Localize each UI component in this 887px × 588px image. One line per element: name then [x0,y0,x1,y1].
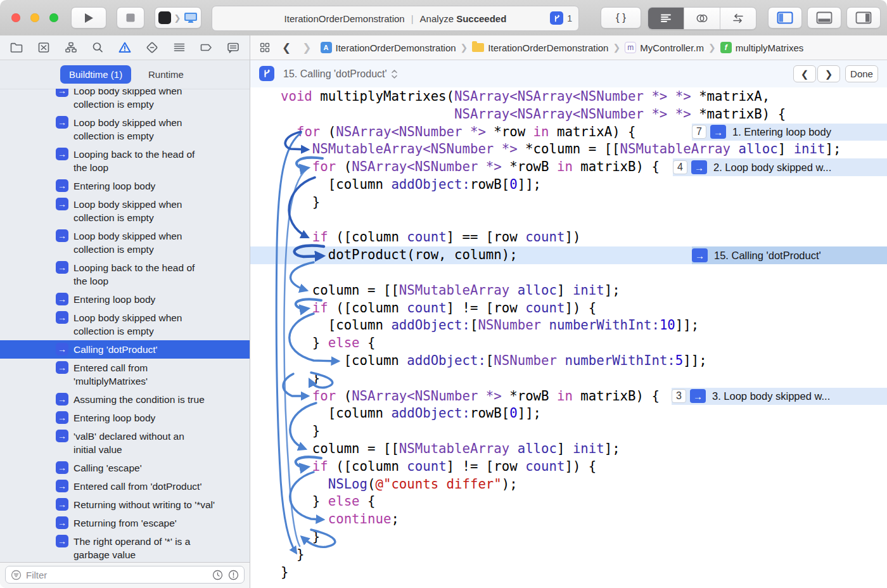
standard-editor-button[interactable] [648,8,684,29]
code-line: } else { [250,335,841,352]
step-arrow-icon: → [56,293,68,305]
code-line: void multiplyMatrixes(NSArray<NSArray<NS… [250,88,841,106]
analyzer-step-item[interactable]: →Loop body skipped whencollection is emp… [0,309,250,340]
close-window-button[interactable] [11,13,20,22]
xcode-window: ❯ IterationOrderDemonstration | Analyze … [0,0,887,588]
issue-navigator-tab[interactable] [116,39,134,56]
go-back-button[interactable]: ❮ [279,41,293,54]
stop-button[interactable] [117,7,144,29]
code-line: NSMutableArray<NSNumber *> *column = [[N… [250,141,841,158]
version-editor-button[interactable] [720,8,756,29]
breadcrumb-label: IterationOrderDemonstration [336,42,456,53]
warning-triangle-icon [117,40,132,55]
code-line: if ([column count] != [row count]) { [250,300,841,317]
analyzer-step-item[interactable]: →Entering loop body [0,409,250,427]
project-icon: A [321,42,332,53]
analyzer-step-item[interactable]: →Entering loop body [0,290,250,309]
step-label: Loop body skipped whencollection is empt… [73,198,245,224]
toggle-navigator-panel-button[interactable] [768,7,802,29]
mac-device-icon [184,12,198,23]
left-panel-icon [777,11,793,24]
analyzer-step-item[interactable]: →Returning without writing to '*val' [0,495,250,514]
code-area[interactable]: 7→1. Entering loop body4→2. Loop body sk… [250,87,887,588]
analyzer-step-item[interactable]: →Looping back to the head ofthe loop [0,259,250,290]
go-forward-button[interactable]: ❯ [300,41,314,54]
function-icon: f [720,42,732,53]
step-arrow-icon: → [56,461,68,474]
issues-only-icon[interactable] [228,570,239,580]
analysis-step-bar: 15. Calling 'dotProduct' ❮ ❯ Done [250,60,887,88]
breakpoint-tag-icon [198,40,214,55]
analyzer-step-item[interactable]: →Loop body skipped whencollection is emp… [0,113,250,145]
source-control-navigator-tab[interactable] [35,39,53,56]
analyzer-step-item[interactable]: →The right operand of '*' is agarbage va… [0,532,250,563]
step-arrow-icon: → [56,498,68,511]
analyzer-step-item[interactable]: →Calling 'dotProduct' [0,340,250,359]
minimize-window-button[interactable] [30,13,39,22]
panel-toggles [768,7,881,29]
symbol-navigator-tab[interactable] [62,39,80,56]
activity-project: IterationOrderDemonstration [284,13,405,24]
objc-file-icon: m [625,42,636,53]
filter-input[interactable]: Filter [5,566,245,584]
test-navigator-tab[interactable] [143,39,161,56]
code-line: } [250,370,841,388]
analyzer-step-item[interactable]: →Returning from 'escape' [0,514,250,532]
step-arrow-icon: → [56,198,68,210]
analyzer-step-item[interactable]: →Looping back to the head ofthe loop [0,145,250,177]
code-snippet-button[interactable]: { } [601,7,641,29]
recent-clock-icon[interactable] [212,570,223,580]
code-line: } [250,423,841,440]
code-line [250,264,841,282]
step-label: Calling 'dotProduct' [73,343,245,356]
step-label: Entered call from'multiplyMatrixes' [73,361,245,388]
jump-bar: ❮ ❯ AIterationOrderDemonstration❯Iterati… [250,35,887,60]
scheme-selector[interactable]: ❯ [155,7,201,29]
stepper-icon[interactable] [391,68,398,80]
find-navigator-tab[interactable] [89,39,106,56]
breadcrumb-item[interactable]: mMyController.m [625,42,704,53]
analyzer-step-item[interactable]: →Entered call from 'dotProduct' [0,477,250,495]
analyzer-step-item[interactable]: →Assuming the condition is true [0,390,250,409]
analyzer-step-item[interactable]: →Loop body skipped whencollection is emp… [0,195,250,227]
toggle-debug-panel-button[interactable] [807,7,841,29]
code-line: dotProduct(row, column); [250,246,841,264]
analyzer-issue-badge[interactable]: 1 [550,11,572,25]
folder-icon [472,43,484,52]
done-button[interactable]: Done [845,65,878,82]
step-label: The right operand of '*' is agarbage val… [73,535,245,561]
analyzer-step-item[interactable]: →Calling 'escape' [0,459,250,477]
tab-runtime[interactable]: Runtime [144,65,188,84]
search-icon [90,40,105,55]
analyzer-step-item[interactable]: →'valB' declared without aninitial value [0,427,250,459]
breadcrumb-label: MyController.m [640,42,704,53]
breadcrumb-item[interactable]: fmultiplyMatrixes [720,42,804,53]
report-navigator-tab[interactable] [224,39,242,56]
step-label: 'valB' declared without aninitial value [73,430,245,456]
next-step-button[interactable]: ❯ [817,65,840,82]
step-label: Looping back to the head ofthe loop [73,148,245,174]
related-items-button[interactable] [257,39,273,56]
zoom-window-button[interactable] [49,13,58,22]
assistant-editor-button[interactable] [684,8,720,29]
tab-buildtime[interactable]: Buildtime (1) [60,65,131,84]
analyzer-step-item[interactable]: →Loop body skipped whencollection is emp… [0,89,250,113]
breadcrumb-separator-icon: ❯ [708,42,716,53]
breadcrumb-item[interactable]: IterationOrderDemonstration [472,42,608,53]
previous-step-button[interactable]: ❮ [793,65,816,82]
analyzer-step-item[interactable]: →Entered call from'multiplyMatrixes' [0,359,250,390]
breadcrumb-separator-icon: ❯ [613,42,620,53]
step-label: Returning without writing to '*val' [73,498,245,511]
x-box-icon [36,40,51,55]
braces-icon: { } [616,11,626,24]
debug-navigator-tab[interactable] [170,39,188,56]
breadcrumb-item[interactable]: AIterationOrderDemonstration [321,42,456,53]
analyzer-steps-list: →Loop body skipped whencollection is emp… [0,89,250,563]
analyzer-step-item[interactable]: →Entering loop body [0,177,250,195]
breakpoint-navigator-tab[interactable] [197,39,215,56]
project-navigator-tab[interactable] [8,39,25,56]
analyzer-step-item[interactable]: →Loop body skipped whencollection is emp… [0,227,250,259]
step-arrow-icon: → [56,361,68,374]
run-button[interactable] [71,7,106,29]
toggle-inspector-panel-button[interactable] [846,7,881,29]
